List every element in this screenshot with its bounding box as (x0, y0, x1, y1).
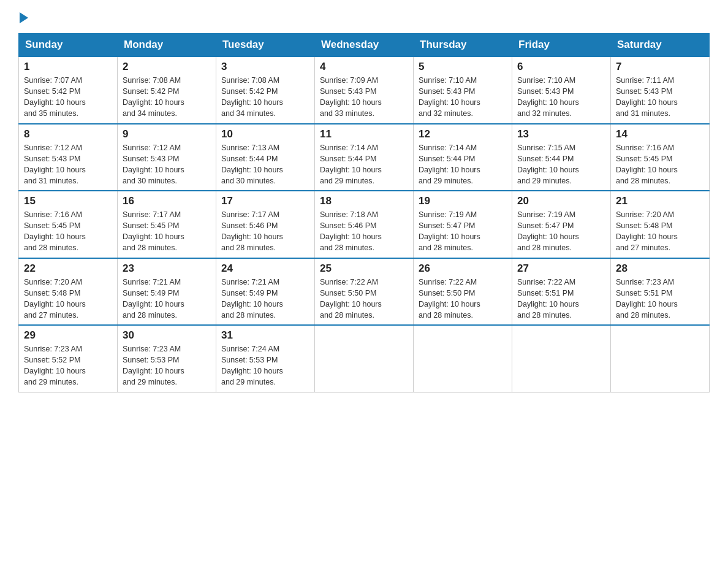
day-number: 6 (517, 61, 605, 73)
calendar-cell (414, 325, 512, 392)
day-info: Sunrise: 7:21 AMSunset: 5:49 PMDaylight:… (221, 277, 309, 321)
calendar-cell: 5Sunrise: 7:10 AMSunset: 5:43 PMDaylight… (414, 56, 512, 124)
calendar-cell: 2Sunrise: 7:08 AMSunset: 5:42 PMDaylight… (118, 56, 216, 124)
day-info: Sunrise: 7:07 AMSunset: 5:42 PMDaylight:… (24, 75, 112, 120)
calendar-cell: 22Sunrise: 7:20 AMSunset: 5:48 PMDayligh… (19, 258, 118, 326)
day-number: 3 (221, 61, 309, 73)
day-number: 30 (123, 329, 211, 342)
calendar-cell: 17Sunrise: 7:17 AMSunset: 5:46 PMDayligh… (216, 191, 315, 258)
calendar-cell: 26Sunrise: 7:22 AMSunset: 5:50 PMDayligh… (414, 258, 512, 326)
logo-text (18, 12, 29, 23)
day-of-week-header: Wednesday (315, 34, 414, 57)
day-info: Sunrise: 7:16 AMSunset: 5:45 PMDaylight:… (616, 142, 704, 187)
day-number: 10 (221, 128, 309, 140)
calendar-cell: 30Sunrise: 7:23 AMSunset: 5:53 PMDayligh… (118, 325, 216, 392)
day-info: Sunrise: 7:22 AMSunset: 5:51 PMDaylight:… (517, 277, 605, 321)
day-info: Sunrise: 7:23 AMSunset: 5:51 PMDaylight:… (616, 277, 704, 321)
day-info: Sunrise: 7:17 AMSunset: 5:46 PMDaylight:… (221, 209, 309, 254)
calendar-cell (315, 325, 414, 392)
day-number: 27 (517, 262, 605, 275)
day-info: Sunrise: 7:19 AMSunset: 5:47 PMDaylight:… (517, 209, 605, 254)
day-number: 29 (24, 329, 112, 342)
day-info: Sunrise: 7:21 AMSunset: 5:49 PMDaylight:… (123, 277, 211, 321)
day-number: 9 (123, 128, 211, 140)
calendar-table: SundayMondayTuesdayWednesdayThursdayFrid… (18, 33, 710, 393)
calendar-cell: 28Sunrise: 7:23 AMSunset: 5:51 PMDayligh… (611, 258, 710, 326)
calendar-week-row: 1Sunrise: 7:07 AMSunset: 5:42 PMDaylight… (19, 56, 710, 124)
day-number: 20 (517, 195, 605, 207)
day-number: 11 (320, 128, 408, 140)
calendar-cell: 23Sunrise: 7:21 AMSunset: 5:49 PMDayligh… (118, 258, 216, 326)
day-number: 2 (123, 61, 211, 73)
day-number: 18 (320, 195, 408, 207)
calendar-cell: 9Sunrise: 7:12 AMSunset: 5:43 PMDaylight… (118, 124, 216, 191)
day-info: Sunrise: 7:11 AMSunset: 5:43 PMDaylight:… (616, 75, 704, 120)
day-info: Sunrise: 7:14 AMSunset: 5:44 PMDaylight:… (320, 142, 408, 187)
day-number: 23 (123, 262, 211, 275)
calendar-cell: 11Sunrise: 7:14 AMSunset: 5:44 PMDayligh… (315, 124, 414, 191)
day-number: 19 (419, 195, 507, 207)
logo (18, 12, 29, 21)
day-number: 24 (221, 262, 309, 275)
day-of-week-header: Saturday (611, 34, 710, 57)
day-number: 7 (616, 61, 704, 73)
day-info: Sunrise: 7:17 AMSunset: 5:45 PMDaylight:… (123, 209, 211, 254)
day-info: Sunrise: 7:20 AMSunset: 5:48 PMDaylight:… (616, 209, 704, 254)
day-info: Sunrise: 7:12 AMSunset: 5:43 PMDaylight:… (123, 142, 211, 187)
calendar-cell: 20Sunrise: 7:19 AMSunset: 5:47 PMDayligh… (512, 191, 611, 258)
calendar-cell: 1Sunrise: 7:07 AMSunset: 5:42 PMDaylight… (19, 56, 118, 124)
day-of-week-header: Monday (118, 34, 216, 57)
day-info: Sunrise: 7:08 AMSunset: 5:42 PMDaylight:… (221, 75, 309, 120)
day-number: 1 (24, 61, 112, 73)
day-info: Sunrise: 7:10 AMSunset: 5:43 PMDaylight:… (517, 75, 605, 120)
day-info: Sunrise: 7:10 AMSunset: 5:43 PMDaylight:… (419, 75, 507, 120)
logo-arrow-icon (20, 12, 28, 23)
day-info: Sunrise: 7:22 AMSunset: 5:50 PMDaylight:… (419, 277, 507, 321)
day-info: Sunrise: 7:08 AMSunset: 5:42 PMDaylight:… (123, 75, 211, 120)
calendar-cell: 18Sunrise: 7:18 AMSunset: 5:46 PMDayligh… (315, 191, 414, 258)
day-number: 17 (221, 195, 309, 207)
day-number: 16 (123, 195, 211, 207)
day-number: 5 (419, 61, 507, 73)
day-number: 26 (419, 262, 507, 275)
calendar-cell: 13Sunrise: 7:15 AMSunset: 5:44 PMDayligh… (512, 124, 611, 191)
calendar-week-row: 22Sunrise: 7:20 AMSunset: 5:48 PMDayligh… (19, 258, 710, 326)
calendar-week-row: 8Sunrise: 7:12 AMSunset: 5:43 PMDaylight… (19, 124, 710, 191)
day-info: Sunrise: 7:18 AMSunset: 5:46 PMDaylight:… (320, 209, 408, 254)
calendar-cell: 12Sunrise: 7:14 AMSunset: 5:44 PMDayligh… (414, 124, 512, 191)
day-number: 4 (320, 61, 408, 73)
day-info: Sunrise: 7:23 AMSunset: 5:52 PMDaylight:… (24, 343, 112, 388)
day-info: Sunrise: 7:24 AMSunset: 5:53 PMDaylight:… (221, 343, 309, 388)
day-info: Sunrise: 7:12 AMSunset: 5:43 PMDaylight:… (24, 142, 112, 187)
calendar-cell: 19Sunrise: 7:19 AMSunset: 5:47 PMDayligh… (414, 191, 512, 258)
calendar-cell: 21Sunrise: 7:20 AMSunset: 5:48 PMDayligh… (611, 191, 710, 258)
calendar-cell: 14Sunrise: 7:16 AMSunset: 5:45 PMDayligh… (611, 124, 710, 191)
day-of-week-header: Sunday (19, 34, 118, 57)
calendar-cell: 7Sunrise: 7:11 AMSunset: 5:43 PMDaylight… (611, 56, 710, 124)
calendar-cell (512, 325, 611, 392)
calendar-header-row: SundayMondayTuesdayWednesdayThursdayFrid… (19, 34, 710, 57)
calendar-cell: 24Sunrise: 7:21 AMSunset: 5:49 PMDayligh… (216, 258, 315, 326)
calendar-cell: 10Sunrise: 7:13 AMSunset: 5:44 PMDayligh… (216, 124, 315, 191)
day-info: Sunrise: 7:15 AMSunset: 5:44 PMDaylight:… (517, 142, 605, 187)
day-number: 31 (221, 329, 309, 342)
day-number: 12 (419, 128, 507, 140)
day-number: 8 (24, 128, 112, 140)
day-number: 22 (24, 262, 112, 275)
calendar-cell (611, 325, 710, 392)
calendar-cell: 6Sunrise: 7:10 AMSunset: 5:43 PMDaylight… (512, 56, 611, 124)
day-number: 28 (616, 262, 704, 275)
calendar-cell: 31Sunrise: 7:24 AMSunset: 5:53 PMDayligh… (216, 325, 315, 392)
day-info: Sunrise: 7:16 AMSunset: 5:45 PMDaylight:… (24, 209, 112, 254)
day-number: 15 (24, 195, 112, 207)
day-of-week-header: Tuesday (216, 34, 315, 57)
day-of-week-header: Thursday (414, 34, 512, 57)
day-info: Sunrise: 7:23 AMSunset: 5:53 PMDaylight:… (123, 343, 211, 388)
day-info: Sunrise: 7:22 AMSunset: 5:50 PMDaylight:… (320, 277, 408, 321)
calendar-cell: 16Sunrise: 7:17 AMSunset: 5:45 PMDayligh… (118, 191, 216, 258)
day-info: Sunrise: 7:13 AMSunset: 5:44 PMDaylight:… (221, 142, 309, 187)
day-number: 13 (517, 128, 605, 140)
calendar-cell: 3Sunrise: 7:08 AMSunset: 5:42 PMDaylight… (216, 56, 315, 124)
day-number: 21 (616, 195, 704, 207)
calendar-cell: 4Sunrise: 7:09 AMSunset: 5:43 PMDaylight… (315, 56, 414, 124)
